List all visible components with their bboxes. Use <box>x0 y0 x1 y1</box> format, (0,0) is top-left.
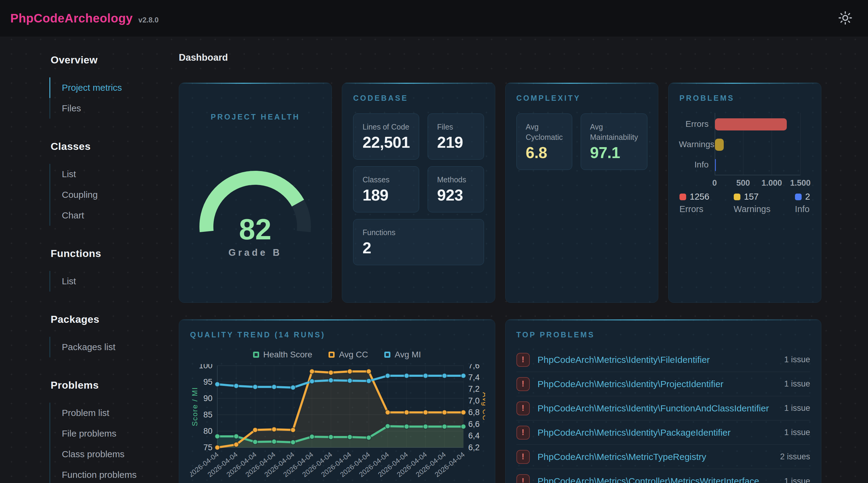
sidebar-item-label[interactable]: Project metrics <box>62 83 122 92</box>
problem-link[interactable]: PhpCodeArch\Metrics\Identity\ProjectIden… <box>538 379 784 389</box>
stat-label: Files <box>437 122 474 132</box>
sidebar-item-chart[interactable]: Chart <box>62 205 164 226</box>
trend-marker <box>461 424 466 429</box>
trend-legend-label: Health Score <box>264 350 312 360</box>
trend-marker <box>347 378 352 383</box>
trend-marker <box>461 410 466 415</box>
trend-marker <box>309 379 314 384</box>
stat-value: 923 <box>437 186 474 204</box>
sidebar-item-list[interactable]: List <box>62 271 164 291</box>
complexity-stats: Avg Cyclomatic6.8Avg Maintainability97.1 <box>517 113 647 170</box>
trend-right-tick: 7,0 <box>468 396 480 405</box>
bar-info <box>715 159 716 171</box>
sidebar-item-label[interactable]: Class problems <box>62 449 125 459</box>
sidebar-section-list: Project metricsFiles <box>50 77 164 119</box>
sidebar-item-label[interactable]: Files <box>62 103 81 113</box>
sidebar-item-label[interactable]: List <box>62 276 76 286</box>
bar-chart-x-tick: 500 <box>737 178 750 188</box>
bar-warnings <box>715 139 724 151</box>
problems-legend: 1256Errors157Warnings2Info <box>680 192 810 214</box>
problems-card: PROBLEMS 05001.0001.500ErrorsWarningsInf… <box>668 83 821 303</box>
app-version: v2.8.0 <box>138 16 159 24</box>
trend-marker <box>423 373 428 378</box>
trend-marker <box>366 379 371 383</box>
trend-legend-item-avg-cc[interactable]: Avg CC <box>329 350 368 360</box>
trend-left-tick: 80 <box>204 427 213 436</box>
trend-right-tick: 6,4 <box>468 431 480 440</box>
bar-chart-x-tick: 0 <box>712 178 717 188</box>
legend-item-info[interactable]: 2Info <box>795 192 810 214</box>
sidebar-section-classes: ClassesListCouplingChart <box>50 140 164 226</box>
sidebar-section-list: ListCouplingChart <box>50 164 164 226</box>
trend-legend-item-avg-mi[interactable]: Avg MI <box>384 350 421 360</box>
trend-marker <box>404 373 409 378</box>
sidebar-section-label: Packages <box>51 313 164 325</box>
project-health-title: PROJECT HEALTH <box>211 113 300 121</box>
app-logo: PhpCodeArcheology <box>10 11 133 25</box>
sidebar-section-overview: OverviewProject metricsFiles <box>50 54 164 119</box>
sidebar-item-label[interactable]: Packages list <box>62 342 116 352</box>
problem-issue-count: 1 issue <box>784 403 810 413</box>
problem-link[interactable]: PhpCodeArch\Metrics\Identity\FunctionAnd… <box>538 403 784 414</box>
legend-item-warnings[interactable]: 157Warnings <box>734 192 770 214</box>
problem-link[interactable]: PhpCodeArch\Metrics\MetricTypeRegistry <box>538 452 780 462</box>
sidebar-section-list: Problem listFile problemsClass problemsF… <box>50 403 164 483</box>
trend-marker <box>423 410 428 415</box>
sidebar-item-label[interactable]: Function problems <box>62 470 137 480</box>
app-logo-group: PhpCodeArcheology v2.8.0 <box>10 11 158 25</box>
sidebar-item-class-problems[interactable]: Class problems <box>62 444 164 464</box>
trend-right-tick: 7,6 <box>468 364 480 370</box>
sidebar-item-label[interactable]: Problem list <box>62 408 110 418</box>
sidebar-item-project-metrics[interactable]: Project metrics <box>62 77 164 98</box>
trend-left-tick: 75 <box>204 443 213 452</box>
stat-tile-lines-of-code: Lines of Code22,501 <box>353 113 419 160</box>
trend-legend-item-health-score[interactable]: Health Score <box>253 350 312 360</box>
bar-chart-x-tick: 1.500 <box>790 178 811 188</box>
trend-marker <box>385 410 390 415</box>
sidebar-item-label[interactable]: Chart <box>62 210 84 220</box>
top-problems-list: !PhpCodeArch\Metrics\Identity\FileIdenti… <box>517 348 810 483</box>
sidebar-item-label[interactable]: Coupling <box>62 190 98 200</box>
legend-item-errors[interactable]: 1256Errors <box>680 192 710 214</box>
sidebar-item-label[interactable]: File problems <box>62 428 116 438</box>
trend-marker <box>253 385 258 389</box>
sidebar-item-file-problems[interactable]: File problems <box>62 423 164 444</box>
trend-marker <box>347 434 352 439</box>
trend-right-tick: 7,4 <box>468 373 480 382</box>
trend-right-axis-title: Avg CC <box>481 392 485 421</box>
trend-marker <box>404 424 409 429</box>
sidebar-item-function-problems[interactable]: Function problems <box>62 464 164 483</box>
sidebar-section-list: List <box>50 271 164 291</box>
quality-trend-title: QUALITY TREND (14 RUNS) <box>190 331 484 339</box>
legend-swatch <box>680 194 686 200</box>
problem-link[interactable]: PhpCodeArch\Metrics\Identity\PackageIden… <box>538 427 784 438</box>
sidebar-item-label[interactable]: List <box>62 169 76 179</box>
trend-left-axis-title: Score / MI <box>191 387 199 426</box>
sidebar-item-list[interactable]: List <box>62 164 164 184</box>
trend-marker <box>442 410 447 415</box>
problem-row: !PhpCodeArch\Metrics\Controller\MetricsW… <box>517 469 810 483</box>
problem-row: !PhpCodeArch\Metrics\Identity\PackageIde… <box>517 421 810 445</box>
app-header: PhpCodeArcheology v2.8.0 <box>0 0 868 37</box>
trend-marker <box>385 373 390 378</box>
stat-tile-classes: Classes189 <box>353 166 419 212</box>
sidebar-section-packages: PackagesPackages list <box>50 313 164 358</box>
problem-link[interactable]: PhpCodeArch\Metrics\Controller\MetricsWr… <box>538 476 784 483</box>
sidebar-item-coupling[interactable]: Coupling <box>62 184 164 205</box>
sidebar-item-files[interactable]: Files <box>62 98 164 119</box>
stat-value: 97.1 <box>590 143 638 162</box>
trend-right-tick: 6,6 <box>468 420 480 429</box>
bar-category-label: Warnings <box>679 140 709 149</box>
sidebar-item-problem-list[interactable]: Problem list <box>62 403 164 423</box>
problem-link[interactable]: PhpCodeArch\Metrics\Identity\FileIdentif… <box>538 355 784 365</box>
legend-value: 157 <box>744 192 758 202</box>
trend-legend-label: Avg MI <box>395 350 421 360</box>
warning-badge-icon: ! <box>517 353 530 367</box>
sidebar-item-packages-list[interactable]: Packages list <box>62 337 164 358</box>
sidebar-section-label: Functions <box>51 248 164 259</box>
trend-marker <box>272 385 276 389</box>
stat-label: Functions <box>363 227 441 237</box>
theme-toggle-button[interactable] <box>838 11 852 26</box>
trend-left-tick: 85 <box>204 410 213 419</box>
problem-row: !PhpCodeArch\Metrics\Identity\FileIdenti… <box>517 348 810 372</box>
